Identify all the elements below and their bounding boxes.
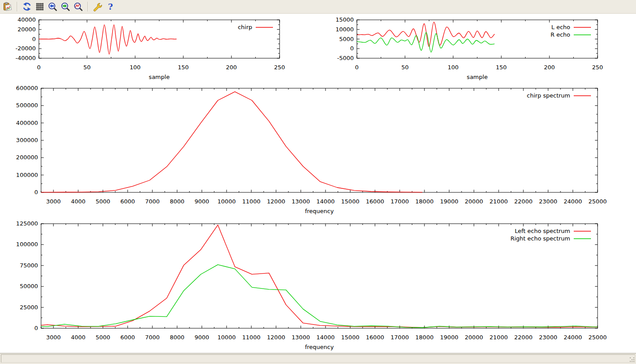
zoom-autoscale-icon	[73, 2, 83, 11]
legend-label: R echo	[550, 31, 570, 38]
x-tick-label: 19000	[440, 198, 458, 205]
x-tick-label: 3000	[46, 198, 61, 205]
x-tick-label: 10000	[217, 198, 235, 205]
zoom-next-button[interactable]	[59, 1, 71, 12]
x-tick-label: 8000	[170, 198, 184, 205]
x-tick-label: 5000	[95, 198, 110, 205]
x-tick-label: 150	[178, 64, 189, 71]
x-tick-label: 22000	[514, 198, 532, 205]
x-tick-label: 14000	[316, 198, 334, 205]
x-tick-label: 250	[274, 64, 285, 71]
y-tick-label: 25000	[20, 304, 38, 311]
series-chirp-spectrum	[41, 92, 422, 192]
x-tick-label: 18000	[415, 334, 433, 341]
y-tick-label: 100000	[16, 241, 38, 248]
plots-svg[interactable]: 050100150200250-40000-2000002000040000sa…	[0, 14, 636, 353]
x-tick-label: 250	[592, 64, 603, 71]
x-tick-label: 25000	[588, 198, 606, 205]
status-bar	[0, 353, 636, 364]
x-tick-label: 9000	[194, 334, 209, 341]
y-tick-label: 100000	[16, 172, 38, 178]
clipboard-chart-icon	[3, 2, 12, 11]
x-tick-label: 0	[37, 64, 41, 71]
x-tick-label: 17000	[390, 198, 409, 205]
y-tick-label: -5000	[337, 55, 354, 61]
echo-signals-chart[interactable]: 050100150200250-5000050001000015000sampl…	[336, 16, 603, 80]
x-tick-label: 24000	[564, 334, 582, 341]
y-tick-label: 200000	[16, 154, 38, 161]
chirp-signal-chart[interactable]: 050100150200250-40000-2000002000040000sa…	[15, 16, 285, 80]
x-tick-label: 12000	[267, 198, 285, 205]
help-button[interactable]: ?	[104, 1, 116, 12]
x-tick-label: 21000	[489, 198, 507, 205]
replot-button[interactable]	[21, 1, 33, 12]
refresh-icon	[22, 2, 32, 11]
plot-canvas: 050100150200250-40000-2000002000040000sa…	[0, 14, 636, 353]
x-tick-label: 100	[448, 64, 459, 71]
series-r-echo	[357, 32, 495, 52]
chirp-spectrum-chart[interactable]: 3000400050006000700080009000100001100012…	[16, 85, 606, 214]
x-tick-label: 19000	[440, 334, 458, 341]
x-axis-title: frequency	[305, 344, 334, 350]
y-tick-label: 10000	[336, 26, 354, 33]
x-tick-label: 6000	[120, 334, 135, 341]
x-tick-label: 14000	[316, 334, 334, 341]
x-tick-label: 6000	[120, 198, 135, 205]
x-tick-label: 5000	[95, 334, 110, 341]
resize-grip[interactable]	[629, 356, 635, 362]
x-tick-label: 3000	[46, 334, 61, 341]
x-tick-label: 21000	[489, 334, 507, 341]
toggle-grid-button[interactable]	[34, 1, 45, 12]
echo-spectra-chart[interactable]: 3000400050006000700080009000100001100012…	[16, 220, 606, 350]
plot-border	[41, 88, 598, 192]
y-tick-label: 0	[34, 325, 38, 331]
y-tick-label: 20000	[18, 26, 36, 33]
y-tick-label: 40000	[18, 16, 36, 23]
toolbar-separator	[17, 2, 17, 11]
zoom-previous-button[interactable]	[46, 1, 58, 12]
x-tick-label: 12000	[267, 334, 285, 341]
copy-to-clipboard-button[interactable]	[1, 1, 13, 12]
x-tick-label: 24000	[564, 198, 582, 205]
x-tick-label: 11000	[242, 198, 260, 205]
y-tick-label: 300000	[16, 137, 38, 143]
x-tick-label: 13000	[292, 334, 310, 341]
x-tick-label: 20000	[465, 198, 483, 205]
x-tick-label: 20000	[465, 334, 483, 341]
x-tick-label: 7000	[145, 198, 159, 205]
gnuplot-window: ? 050100150200250-40000-2000002000040000…	[0, 0, 636, 364]
x-tick-label: 11000	[242, 334, 260, 341]
status-panel	[1, 354, 635, 363]
legend-label: Right echo spectrum	[511, 235, 570, 242]
toolbar: ?	[0, 0, 636, 14]
x-tick-label: 25000	[588, 334, 606, 341]
x-tick-label: 100	[130, 64, 141, 71]
autoscale-button[interactable]	[72, 1, 84, 12]
x-axis-title: sample	[149, 74, 170, 80]
x-tick-label: 15000	[341, 334, 359, 341]
settings-button[interactable]	[91, 1, 103, 12]
help-icon: ?	[106, 2, 115, 11]
series-chirp	[39, 25, 177, 54]
x-axis-title: sample	[467, 74, 488, 80]
y-tick-label: 0	[350, 45, 354, 52]
zoom-previous-icon	[48, 2, 57, 11]
toolbar-separator	[87, 2, 88, 11]
y-tick-label: -20000	[15, 45, 36, 52]
y-tick-label: 0	[32, 36, 36, 42]
wrench-icon	[93, 2, 102, 11]
legend-label: L echo	[551, 24, 570, 30]
x-tick-label: 13000	[292, 198, 310, 205]
y-tick-label: 125000	[16, 220, 38, 227]
x-tick-label: 4000	[71, 198, 85, 205]
y-tick-label: 500000	[16, 102, 38, 109]
series-right-echo-spectrum	[41, 265, 598, 328]
legend-label: chirp spectrum	[527, 92, 570, 99]
zoom-next-icon	[61, 2, 70, 11]
y-tick-label: 50000	[20, 283, 38, 289]
x-tick-label: 9000	[194, 198, 209, 205]
y-tick-label: 400000	[16, 120, 38, 126]
x-tick-label: 200	[544, 64, 555, 71]
legend-label: Left echo spectrum	[515, 228, 570, 234]
x-tick-label: 50	[401, 64, 409, 71]
